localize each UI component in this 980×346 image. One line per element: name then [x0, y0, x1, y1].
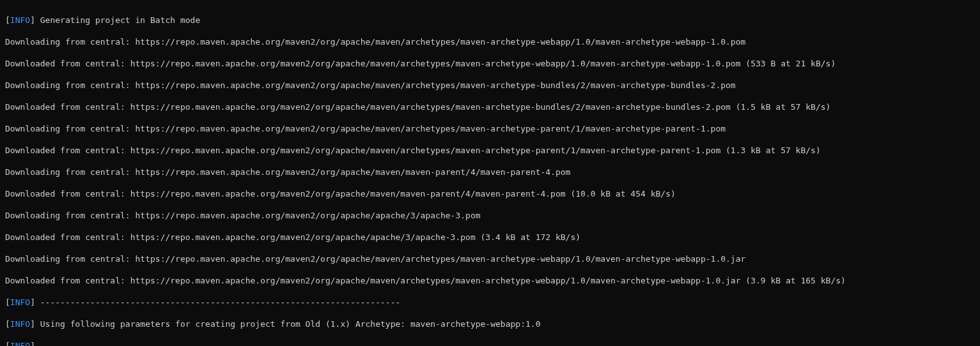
log-line: Downloading from central: https://repo.m… [5, 123, 975, 134]
log-line: [INFO] ---------------------------------… [5, 340, 975, 346]
log-line: Downloaded from central: https://repo.ma… [5, 275, 975, 286]
log-line: Downloading from central: https://repo.m… [5, 210, 975, 221]
terminal-output[interactable]: [INFO] Generating project in Batch mode … [0, 0, 980, 346]
log-line: Downloaded from central: https://repo.ma… [5, 232, 975, 243]
log-line: Downloading from central: https://repo.m… [5, 253, 975, 264]
log-line: [INFO] Generating project in Batch mode [5, 15, 975, 26]
log-line: Downloaded from central: https://repo.ma… [5, 58, 975, 69]
log-line: Downloading from central: https://repo.m… [5, 167, 975, 177]
log-line: Downloading from central: https://repo.m… [5, 36, 975, 47]
log-line: Downloaded from central: https://repo.ma… [5, 188, 975, 199]
log-line: [INFO] ---------------------------------… [5, 297, 975, 308]
log-line: Downloading from central: https://repo.m… [5, 80, 975, 91]
log-line: Downloaded from central: https://repo.ma… [5, 145, 975, 156]
log-line: [INFO] Using following parameters for cr… [5, 319, 975, 329]
log-line: Downloaded from central: https://repo.ma… [5, 102, 975, 112]
